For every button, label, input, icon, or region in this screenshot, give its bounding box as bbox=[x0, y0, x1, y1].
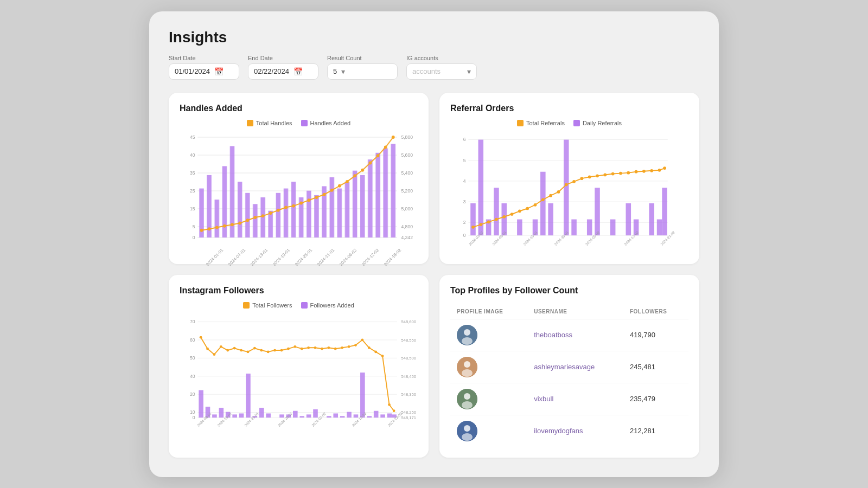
svg-point-160 bbox=[314, 346, 317, 349]
followers-cell: 235,479 bbox=[623, 383, 688, 415]
start-date-label: Start Date bbox=[169, 55, 239, 61]
legend-label-total-followers: Total Followers bbox=[252, 302, 292, 309]
end-date-input[interactable]: 02/22/2024 📅 bbox=[248, 63, 318, 80]
referral-orders-card: Referral Orders Total Referrals Daily Re… bbox=[439, 93, 699, 264]
username-cell[interactable]: vixbull bbox=[527, 383, 623, 415]
legend-handles-added: Handles Added bbox=[301, 120, 351, 126]
svg-text:2: 2 bbox=[463, 220, 466, 225]
username-cell[interactable]: theboatboss bbox=[527, 319, 623, 351]
svg-point-65 bbox=[518, 209, 521, 213]
svg-point-162 bbox=[327, 346, 330, 349]
handles-added-chart-area: 45 40 35 25 15 5 0 5,800 5,600 5,400 5,2… bbox=[180, 132, 418, 253]
svg-point-163 bbox=[334, 347, 337, 350]
svg-point-69 bbox=[549, 194, 552, 197]
svg-rect-56 bbox=[649, 203, 654, 235]
svg-point-155 bbox=[280, 349, 283, 351]
end-date-group: End Date 02/22/2024 📅 bbox=[248, 55, 318, 80]
username-link[interactable]: vixbull bbox=[534, 395, 553, 403]
svg-point-146 bbox=[220, 345, 222, 348]
svg-point-84 bbox=[663, 166, 666, 170]
svg-rect-48 bbox=[587, 219, 592, 235]
svg-point-81 bbox=[642, 169, 646, 172]
svg-point-83 bbox=[658, 169, 661, 172]
svg-point-166 bbox=[354, 344, 357, 346]
svg-point-188 bbox=[462, 401, 473, 409]
username-cell[interactable]: ashleymariesavage bbox=[527, 351, 623, 383]
svg-point-153 bbox=[267, 350, 270, 353]
svg-rect-123 bbox=[266, 413, 271, 418]
chevron-down-icon-2: ▾ bbox=[467, 67, 471, 76]
svg-rect-45 bbox=[564, 139, 569, 235]
result-count-label: Result Count bbox=[327, 55, 398, 61]
svg-rect-58 bbox=[662, 188, 667, 235]
svg-point-82 bbox=[650, 169, 653, 172]
legend-dot-purple-2 bbox=[573, 120, 580, 126]
legend-dot-purple bbox=[301, 120, 308, 126]
svg-rect-116 bbox=[219, 407, 224, 417]
svg-point-72 bbox=[572, 180, 576, 183]
ig-accounts-group: IG accounts accounts ▾ bbox=[406, 55, 477, 80]
col-profile-image: PROFILE IMAGE bbox=[450, 304, 527, 319]
svg-rect-113 bbox=[199, 390, 203, 418]
svg-point-59 bbox=[471, 225, 475, 228]
handles-added-card: Handles Added Total Handles Handles Adde… bbox=[169, 93, 429, 264]
instagram-chart-area: 70 60 50 40 20 10 0 548,600 548,550 548,… bbox=[180, 314, 418, 435]
svg-point-167 bbox=[361, 338, 363, 341]
instagram-followers-title: Instagram Followers bbox=[180, 286, 418, 296]
result-count-group: Result Count 5 ▾ bbox=[327, 55, 398, 80]
avatar-icon bbox=[457, 357, 477, 377]
result-count-select[interactable]: 5 ▾ bbox=[327, 63, 398, 80]
start-date-input[interactable]: 01/01/2024 📅 bbox=[169, 63, 239, 80]
avatar-cell bbox=[450, 383, 527, 415]
svg-point-80 bbox=[635, 170, 638, 173]
table-row: ashleymariesavage245,481 bbox=[450, 351, 688, 383]
svg-text:548,550: 548,550 bbox=[401, 337, 416, 342]
svg-point-165 bbox=[348, 345, 350, 348]
svg-point-62 bbox=[495, 217, 498, 221]
legend-total-handles: Total Handles bbox=[247, 120, 292, 126]
svg-text:548,171: 548,171 bbox=[401, 415, 416, 420]
svg-text:2024-13-02: 2024-13-02 bbox=[351, 411, 367, 427]
top-profiles-section: Top Profiles by Follower Count PROFILE I… bbox=[439, 275, 699, 458]
svg-point-161 bbox=[321, 347, 323, 350]
svg-rect-39 bbox=[517, 219, 522, 235]
svg-rect-127 bbox=[293, 410, 298, 417]
svg-point-63 bbox=[502, 215, 506, 218]
username-link[interactable]: ilovemydogfans bbox=[534, 427, 583, 435]
legend-dot-orange-3 bbox=[243, 302, 250, 309]
svg-point-78 bbox=[619, 171, 622, 175]
svg-rect-125 bbox=[279, 414, 284, 418]
svg-text:40: 40 bbox=[190, 373, 195, 378]
profiles-tbody: theboatboss419,790 ashleymariesavage245,… bbox=[450, 319, 688, 447]
charts-grid: Handles Added Total Handles Handles Adde… bbox=[169, 93, 699, 458]
svg-point-60 bbox=[479, 223, 482, 226]
svg-point-149 bbox=[240, 349, 242, 351]
svg-rect-136 bbox=[354, 414, 359, 418]
svg-rect-137 bbox=[360, 373, 365, 418]
svg-rect-132 bbox=[327, 416, 331, 418]
page-title: Insights bbox=[169, 29, 699, 46]
svg-rect-140 bbox=[380, 414, 385, 418]
svg-text:4: 4 bbox=[463, 178, 466, 183]
svg-rect-129 bbox=[307, 414, 311, 418]
username-link[interactable]: theboatboss bbox=[534, 331, 572, 339]
svg-point-157 bbox=[293, 345, 296, 348]
svg-text:6: 6 bbox=[463, 137, 466, 142]
avatar bbox=[457, 389, 477, 409]
chevron-down-icon: ▾ bbox=[341, 67, 345, 76]
handles-canvas bbox=[180, 132, 418, 251]
avatar bbox=[457, 357, 477, 377]
followers-cell: 419,790 bbox=[623, 319, 688, 351]
svg-rect-134 bbox=[340, 416, 345, 418]
svg-point-71 bbox=[565, 183, 568, 186]
table-row: ilovemydogfans212,281 bbox=[450, 415, 688, 447]
referral-chart-area: 6 5 4 3 2 0 bbox=[450, 132, 688, 253]
ig-accounts-select[interactable]: accounts ▾ bbox=[406, 63, 477, 80]
svg-point-190 bbox=[464, 425, 470, 432]
legend-dot-orange-2 bbox=[517, 120, 524, 126]
svg-rect-118 bbox=[232, 414, 237, 418]
svg-rect-122 bbox=[259, 407, 264, 417]
username-link[interactable]: ashleymariesavage bbox=[534, 363, 595, 371]
referral-svg: 6 5 4 3 2 0 bbox=[450, 132, 688, 251]
username-cell[interactable]: ilovemydogfans bbox=[527, 415, 623, 447]
